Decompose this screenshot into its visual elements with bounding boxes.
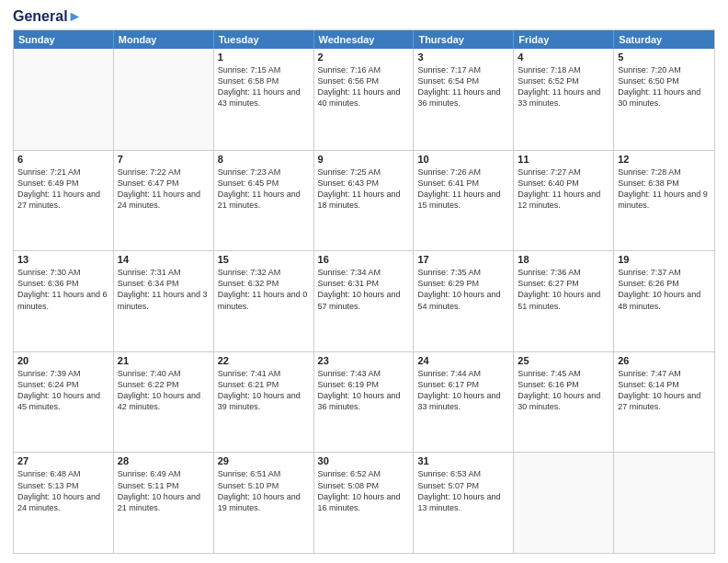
day-number: 30 <box>318 455 410 466</box>
calendar-cell: 28Sunrise: 6:49 AM Sunset: 5:11 PM Dayli… <box>114 453 214 553</box>
calendar-cell: 4Sunrise: 7:18 AM Sunset: 6:52 PM Daylig… <box>514 49 614 150</box>
calendar-cell: 16Sunrise: 7:34 AM Sunset: 6:31 PM Dayli… <box>314 251 415 351</box>
day-number: 6 <box>17 154 109 165</box>
day-number: 20 <box>17 355 109 366</box>
day-info: Sunrise: 6:51 AM Sunset: 5:10 PM Dayligh… <box>218 468 310 513</box>
day-number: 25 <box>518 355 609 366</box>
logo-blue-accent: ► <box>68 8 83 24</box>
day-info: Sunrise: 7:47 AM Sunset: 6:14 PM Dayligh… <box>618 368 711 413</box>
logo: General► <box>13 9 82 24</box>
day-info: Sunrise: 7:25 AM Sunset: 6:43 PM Dayligh… <box>318 167 410 212</box>
day-info: Sunrise: 7:21 AM Sunset: 6:49 PM Dayligh… <box>17 167 109 212</box>
calendar-week-2: 6Sunrise: 7:21 AM Sunset: 6:49 PM Daylig… <box>14 150 714 251</box>
day-info: Sunrise: 7:36 AM Sunset: 6:27 PM Dayligh… <box>518 267 609 312</box>
calendar-header: SundayMondayTuesdayWednesdayThursdayFrid… <box>14 30 714 49</box>
day-info: Sunrise: 7:18 AM Sunset: 6:52 PM Dayligh… <box>518 64 609 109</box>
calendar-cell <box>114 49 214 150</box>
calendar-cell: 13Sunrise: 7:30 AM Sunset: 6:36 PM Dayli… <box>14 251 114 351</box>
day-number: 15 <box>218 254 310 265</box>
calendar-cell: 8Sunrise: 7:23 AM Sunset: 6:45 PM Daylig… <box>214 151 314 251</box>
calendar-cell: 19Sunrise: 7:37 AM Sunset: 6:26 PM Dayli… <box>614 251 714 351</box>
day-number: 31 <box>417 455 509 466</box>
calendar: SundayMondayTuesdayWednesdayThursdayFrid… <box>13 29 715 554</box>
day-info: Sunrise: 7:27 AM Sunset: 6:40 PM Dayligh… <box>518 167 609 212</box>
day-number: 11 <box>518 154 609 165</box>
day-info: Sunrise: 7:15 AM Sunset: 6:58 PM Dayligh… <box>218 64 310 109</box>
day-number: 9 <box>318 154 410 165</box>
day-number: 22 <box>218 355 310 366</box>
calendar-cell: 17Sunrise: 7:35 AM Sunset: 6:29 PM Dayli… <box>414 251 514 351</box>
day-number: 16 <box>318 254 410 265</box>
day-info: Sunrise: 7:40 AM Sunset: 6:22 PM Dayligh… <box>118 368 210 413</box>
day-info: Sunrise: 7:37 AM Sunset: 6:26 PM Dayligh… <box>618 267 711 312</box>
day-number: 17 <box>417 254 509 265</box>
day-info: Sunrise: 7:26 AM Sunset: 6:41 PM Dayligh… <box>417 167 509 212</box>
day-info: Sunrise: 6:48 AM Sunset: 5:13 PM Dayligh… <box>17 468 109 513</box>
calendar-cell: 18Sunrise: 7:36 AM Sunset: 6:27 PM Dayli… <box>514 251 614 351</box>
weekday-header-saturday: Saturday <box>614 30 714 49</box>
calendar-cell: 11Sunrise: 7:27 AM Sunset: 6:40 PM Dayli… <box>514 151 614 251</box>
day-info: Sunrise: 7:45 AM Sunset: 6:16 PM Dayligh… <box>518 368 609 413</box>
weekday-header-wednesday: Wednesday <box>314 30 415 49</box>
calendar-cell: 27Sunrise: 6:48 AM Sunset: 5:13 PM Dayli… <box>14 453 114 553</box>
logo-general: General <box>13 8 68 24</box>
day-info: Sunrise: 7:31 AM Sunset: 6:34 PM Dayligh… <box>118 267 210 312</box>
day-number: 13 <box>17 254 109 265</box>
day-info: Sunrise: 7:41 AM Sunset: 6:21 PM Dayligh… <box>218 368 310 413</box>
day-info: Sunrise: 7:17 AM Sunset: 6:54 PM Dayligh… <box>417 64 509 109</box>
day-number: 23 <box>318 355 410 366</box>
day-info: Sunrise: 6:52 AM Sunset: 5:08 PM Dayligh… <box>318 468 410 513</box>
calendar-cell: 12Sunrise: 7:28 AM Sunset: 6:38 PM Dayli… <box>614 151 714 251</box>
calendar-cell: 31Sunrise: 6:53 AM Sunset: 5:07 PM Dayli… <box>414 453 514 553</box>
day-info: Sunrise: 7:28 AM Sunset: 6:38 PM Dayligh… <box>618 167 711 212</box>
day-number: 21 <box>118 355 210 366</box>
day-info: Sunrise: 6:53 AM Sunset: 5:07 PM Dayligh… <box>417 468 509 513</box>
calendar-cell: 30Sunrise: 6:52 AM Sunset: 5:08 PM Dayli… <box>314 453 415 553</box>
day-number: 5 <box>618 52 711 63</box>
calendar-body: 1Sunrise: 7:15 AM Sunset: 6:58 PM Daylig… <box>14 49 714 553</box>
calendar-cell: 26Sunrise: 7:47 AM Sunset: 6:14 PM Dayli… <box>614 352 714 453</box>
calendar-cell: 20Sunrise: 7:39 AM Sunset: 6:24 PM Dayli… <box>14 352 114 453</box>
calendar-cell <box>14 49 114 150</box>
calendar-cell: 2Sunrise: 7:16 AM Sunset: 6:56 PM Daylig… <box>314 49 415 150</box>
day-info: Sunrise: 7:20 AM Sunset: 6:50 PM Dayligh… <box>618 64 711 109</box>
calendar-cell: 6Sunrise: 7:21 AM Sunset: 6:49 PM Daylig… <box>14 151 114 251</box>
calendar-cell: 5Sunrise: 7:20 AM Sunset: 6:50 PM Daylig… <box>614 49 714 150</box>
day-info: Sunrise: 7:16 AM Sunset: 6:56 PM Dayligh… <box>318 64 410 109</box>
day-number: 29 <box>218 455 310 466</box>
day-number: 12 <box>618 154 711 165</box>
calendar-week-1: 1Sunrise: 7:15 AM Sunset: 6:58 PM Daylig… <box>14 49 714 150</box>
calendar-cell: 3Sunrise: 7:17 AM Sunset: 6:54 PM Daylig… <box>414 49 514 150</box>
calendar-cell: 24Sunrise: 7:44 AM Sunset: 6:17 PM Dayli… <box>414 352 514 453</box>
day-number: 19 <box>618 254 711 265</box>
day-number: 26 <box>618 355 711 366</box>
calendar-cell <box>514 453 614 553</box>
logo-text-block: General► <box>13 9 82 24</box>
day-info: Sunrise: 7:22 AM Sunset: 6:47 PM Dayligh… <box>118 167 210 212</box>
logo-line1: General► <box>13 9 82 24</box>
calendar-cell: 7Sunrise: 7:22 AM Sunset: 6:47 PM Daylig… <box>114 151 214 251</box>
day-number: 3 <box>417 52 509 63</box>
weekday-header-monday: Monday <box>114 30 214 49</box>
calendar-cell: 22Sunrise: 7:41 AM Sunset: 6:21 PM Dayli… <box>214 352 314 453</box>
day-number: 24 <box>417 355 509 366</box>
day-info: Sunrise: 6:49 AM Sunset: 5:11 PM Dayligh… <box>118 468 210 513</box>
calendar-cell <box>614 453 714 553</box>
calendar-week-5: 27Sunrise: 6:48 AM Sunset: 5:13 PM Dayli… <box>14 452 714 553</box>
weekday-header-sunday: Sunday <box>14 30 114 49</box>
day-info: Sunrise: 7:32 AM Sunset: 6:32 PM Dayligh… <box>218 267 310 312</box>
day-number: 18 <box>518 254 609 265</box>
calendar-cell: 25Sunrise: 7:45 AM Sunset: 6:16 PM Dayli… <box>514 352 614 453</box>
calendar-cell: 1Sunrise: 7:15 AM Sunset: 6:58 PM Daylig… <box>214 49 314 150</box>
calendar-week-4: 20Sunrise: 7:39 AM Sunset: 6:24 PM Dayli… <box>14 351 714 453</box>
page: General► SundayMondayTuesdayWednesdayThu… <box>0 0 728 563</box>
day-info: Sunrise: 7:43 AM Sunset: 6:19 PM Dayligh… <box>318 368 410 413</box>
day-info: Sunrise: 7:30 AM Sunset: 6:36 PM Dayligh… <box>17 267 109 312</box>
day-info: Sunrise: 7:23 AM Sunset: 6:45 PM Dayligh… <box>218 167 310 212</box>
day-info: Sunrise: 7:39 AM Sunset: 6:24 PM Dayligh… <box>17 368 109 413</box>
calendar-cell: 9Sunrise: 7:25 AM Sunset: 6:43 PM Daylig… <box>314 151 415 251</box>
day-number: 27 <box>17 455 109 466</box>
day-number: 28 <box>118 455 210 466</box>
calendar-cell: 10Sunrise: 7:26 AM Sunset: 6:41 PM Dayli… <box>414 151 514 251</box>
day-number: 2 <box>318 52 410 63</box>
